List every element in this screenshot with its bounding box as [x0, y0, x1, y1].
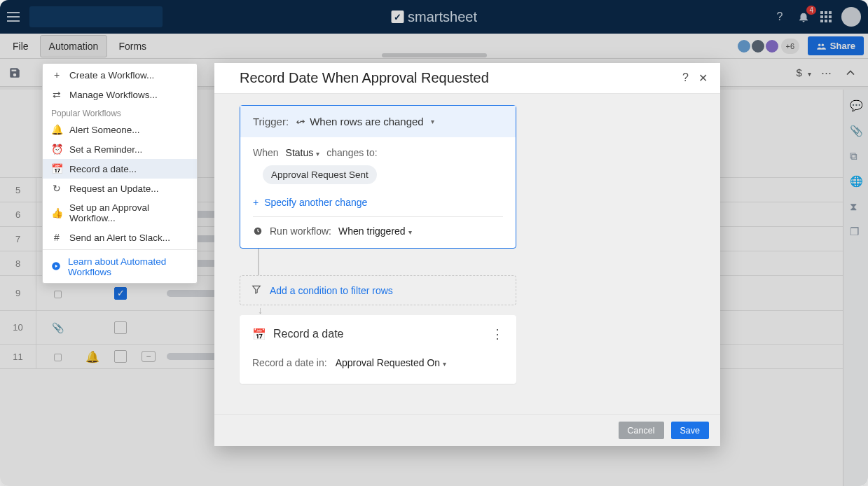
user-avatar[interactable] — [841, 7, 861, 27]
manage-icon: ⇄ — [51, 89, 62, 100]
share-button[interactable]: Share — [808, 36, 864, 55]
hamburger-menu-icon[interactable] — [7, 12, 20, 22]
collaborator-avatars[interactable]: +6 — [740, 39, 799, 54]
calendar-icon: 📅 — [252, 328, 266, 341]
when-field-select[interactable]: Status▾ — [286, 147, 320, 158]
dd-approval-workflow[interactable]: 👍Set up an Approval Workflow... — [43, 198, 197, 228]
trigger-type-select[interactable]: When rows are changed▾ — [296, 116, 434, 127]
menu-file[interactable]: File — [4, 36, 37, 57]
workflow-modal: Record Date When Approval Requested ? ✕ … — [214, 63, 720, 446]
share-label: Share — [830, 41, 855, 51]
publish-icon[interactable]: 🌐 — [850, 175, 862, 188]
slack-icon: # — [51, 232, 62, 243]
dd-record-date[interactable]: 📅Record a date... — [43, 159, 197, 179]
svg-point-0 — [818, 43, 821, 46]
automation-dropdown: +Create a Workflow... ⇄Manage Workflows.… — [42, 63, 198, 284]
play-icon — [51, 261, 61, 273]
notifications-icon[interactable]: 4 — [797, 10, 811, 24]
help-icon[interactable]: ? — [773, 10, 787, 24]
attachments-icon[interactable]: 📎 — [850, 125, 862, 137]
specify-another-change[interactable]: + Specify another change — [253, 197, 503, 208]
dd-manage-workflows[interactable]: ⇄Manage Workflows... — [43, 85, 197, 104]
comments-icon[interactable]: 💬 — [850, 99, 862, 112]
dd-set-reminder[interactable]: ⏰Set a Reminder... — [43, 139, 197, 159]
change-arrows-icon — [296, 117, 305, 127]
currency-button[interactable]: $ ▾ — [796, 67, 811, 78]
modal-help-icon[interactable]: ? — [682, 71, 689, 85]
clock-icon: ⏰ — [51, 144, 62, 155]
action-title: Record a date — [273, 328, 344, 340]
plus-icon: + — [253, 197, 259, 208]
modal-title: Record Date When Approval Requested — [240, 70, 489, 86]
menu-forms[interactable]: Forms — [110, 36, 155, 57]
run-workflow-label: Run workflow: — [270, 225, 331, 237]
filter-icon — [252, 284, 261, 296]
thumb-icon: 👍 — [51, 207, 62, 218]
save-button[interactable]: Save — [671, 422, 710, 439]
bell-icon: 🔔 — [51, 124, 62, 135]
activity-icon[interactable]: ⧗ — [850, 200, 862, 213]
summary-icon[interactable]: ❐ — [850, 225, 862, 238]
connector-line — [258, 249, 259, 275]
save-icon[interactable] — [8, 67, 21, 79]
record-in-select[interactable]: Approval Requested On▾ — [336, 357, 446, 368]
apps-grid-icon[interactable] — [820, 11, 832, 22]
when-label: When — [253, 147, 279, 158]
svg-point-1 — [821, 43, 824, 46]
clock-icon — [253, 226, 263, 236]
plus-icon: + — [51, 69, 62, 81]
calendar-icon: 📅 — [51, 163, 62, 174]
dd-slack-alert[interactable]: #Send an Alert to Slack... — [43, 228, 197, 247]
top-bar: ✓ smartsheet ? 4 — [0, 0, 868, 34]
more-toolbar-icon[interactable]: ⋯ — [821, 67, 832, 79]
notifications-badge: 4 — [806, 6, 816, 15]
cancel-button[interactable]: Cancel — [619, 422, 664, 439]
search-input[interactable] — [29, 6, 163, 27]
people-icon — [816, 41, 826, 51]
dd-request-update[interactable]: ↻Request an Update... — [43, 179, 197, 198]
menu-automation[interactable]: Automation — [40, 35, 108, 57]
collaborator-more[interactable]: +6 — [781, 39, 799, 54]
brand-name: smartsheet — [408, 9, 477, 25]
arrow-down-icon: ↓ — [258, 305, 695, 315]
dd-learn-link[interactable]: Learn about Automated Workflows — [43, 252, 197, 282]
trigger-label: Trigger: — [253, 116, 289, 127]
changes-to-label: changes to: — [326, 147, 377, 158]
add-condition[interactable]: Add a condition to filter rows — [240, 275, 516, 305]
smartsheet-mark-icon: ✓ — [391, 11, 404, 23]
tab-drag-handle[interactable] — [382, 53, 487, 57]
refresh-icon: ↻ — [51, 183, 62, 194]
collapse-panel-icon[interactable] — [841, 64, 860, 82]
dd-alert-someone[interactable]: 🔔Alert Someone... — [43, 120, 197, 139]
dd-create-workflow[interactable]: +Create a Workflow... — [43, 65, 197, 85]
action-more-icon[interactable]: ⋮ — [491, 326, 504, 342]
record-in-label: Record a date in: — [252, 357, 327, 368]
run-workflow-select[interactable]: When triggered▾ — [338, 225, 412, 237]
right-sidebar: 💬 📎 ⧉ 🌐 ⧗ ❐ — [843, 90, 868, 486]
status-value-chip[interactable]: Approval Request Sent — [263, 165, 377, 184]
trigger-card: Trigger: When rows are changed▾ When Sta… — [240, 105, 516, 249]
svg-marker-5 — [253, 286, 261, 293]
action-card: 📅 Record a date ⋮ Record a date in: Appr… — [240, 315, 516, 384]
brand-logo: ✓ smartsheet — [391, 9, 477, 25]
dd-section-label: Popular Workflows — [43, 104, 197, 120]
proofing-icon[interactable]: ⧉ — [850, 150, 862, 162]
modal-close-icon[interactable]: ✕ — [698, 71, 708, 85]
